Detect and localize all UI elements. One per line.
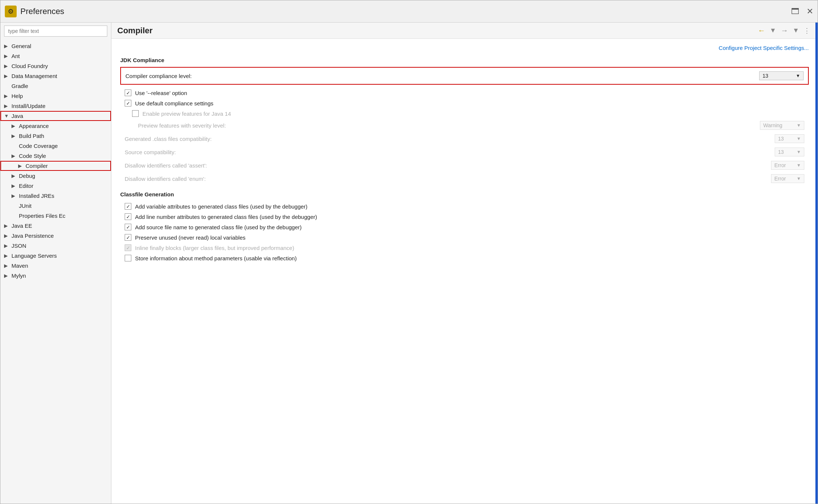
sidebar-item-label: Code Coverage [19,143,58,149]
chevron-right-icon: ▶ [4,73,11,79]
use-release-row: Use '--release' option [120,88,809,98]
enable-preview-checkbox[interactable] [132,110,139,117]
use-release-label: Use '--release' option [135,90,187,96]
sidebar-item-label: JSON [11,243,26,249]
sidebar-item-label: Maven [11,263,28,269]
sidebar-item-installed-jres[interactable]: ▶ Installed JREs [0,191,111,201]
sidebar: ▶ General ▶ Ant ▶ Cloud Foundry ▶ Data M… [0,23,111,504]
toolbar-actions: ← ▼ → ▼ ⋮ [756,26,812,35]
configure-project-link[interactable]: Configure Project Specific Settings... [719,45,809,51]
disallow-assert-dropdown[interactable]: Error ▼ [771,161,804,170]
add-line-number-row: Add line number attributes to generated … [120,212,809,222]
preview-severity-value: Warning [763,122,782,128]
sidebar-item-gradle[interactable]: Gradle [0,81,111,91]
disallow-enum-value: Error [774,176,786,182]
compliance-level-value: 13 [763,73,768,79]
filter-input[interactable] [4,26,107,37]
forward-dropdown-button[interactable]: ▼ [791,26,801,35]
back-dropdown-button[interactable]: ▼ [768,26,778,35]
sidebar-item-cloud-foundry[interactable]: ▶ Cloud Foundry [0,61,111,71]
source-compat-dropdown[interactable]: 13 ▼ [775,148,804,156]
sidebar-item-build-path[interactable]: ▶ Build Path [0,131,111,141]
add-source-file-label: Add source file name to generated class … [135,224,302,230]
sidebar-item-label: JUnit [19,203,31,209]
classfile-generation-section: Classfile Generation Add variable attrib… [120,191,809,263]
enable-preview-label: Enable preview features for Java 14 [142,111,231,117]
sidebar-item-properties-files[interactable]: Properties Files Ec [0,211,111,221]
class-compat-row: Generated .class files compatibility: 13… [120,132,809,145]
sidebar-item-java-ee[interactable]: ▶ Java EE [0,221,111,231]
chevron-right-icon: ▶ [4,93,11,99]
sidebar-item-label: Installed JREs [19,193,54,199]
use-default-compliance-row: Use default compliance settings [120,98,809,108]
disallow-assert-row: Disallow identifiers called 'assert': Er… [120,159,809,172]
sidebar-item-json[interactable]: ▶ JSON [0,241,111,251]
sidebar-item-data-management[interactable]: ▶ Data Management [0,71,111,81]
sidebar-item-java[interactable]: ▼ Java [0,111,111,121]
back-button[interactable]: ← [756,26,767,35]
menu-button[interactable]: ⋮ [802,26,812,35]
sidebar-item-java-persistence[interactable]: ▶ Java Persistence [0,231,111,241]
add-line-number-label: Add line number attributes to generated … [135,214,317,220]
chevron-down-icon: ▼ [797,163,801,168]
chevron-down-icon: ▼ [796,73,800,78]
sidebar-item-label: Cloud Foundry [11,63,48,69]
chevron-down-icon: ▼ [4,113,11,119]
preview-severity-dropdown[interactable]: Warning ▼ [760,121,804,130]
sidebar-item-label: Properties Files Ec [19,213,65,219]
sidebar-item-label: Debug [19,173,35,179]
sidebar-item-label: Mylyn [11,273,26,279]
chevron-right-icon: ▶ [4,253,11,258]
sidebar-item-label: Java Persistence [11,233,54,239]
add-source-file-checkbox[interactable] [125,224,131,230]
main-panel: Compiler ← ▼ → ▼ ⋮ Configure Project Spe… [111,23,818,504]
sidebar-item-general[interactable]: ▶ General [0,41,111,51]
class-compat-dropdown[interactable]: 13 ▼ [775,134,804,143]
main-content: Configure Project Specific Settings... J… [111,39,818,504]
preserve-unused-checkbox[interactable] [125,234,131,241]
close-button[interactable]: ✕ [807,7,813,16]
sidebar-item-language-servers[interactable]: ▶ Language Servers [0,251,111,261]
preferences-window: ⚙ Preferences 🗖 ✕ ▶ General ▶ Ant ▶ [0,0,818,504]
sidebar-item-install-update[interactable]: ▶ Install/Update [0,101,111,111]
sidebar-item-maven[interactable]: ▶ Maven [0,261,111,271]
add-variable-checkbox[interactable] [125,203,131,210]
chevron-right-icon: ▶ [11,133,19,139]
sidebar-item-code-style[interactable]: ▶ Code Style [0,151,111,161]
sidebar-item-junit[interactable]: JUnit [0,201,111,211]
chevron-right-icon: ▶ [11,183,19,189]
window-title: Preferences [20,7,791,16]
disallow-enum-dropdown[interactable]: Error ▼ [771,174,804,183]
classfile-generation-title: Classfile Generation [120,191,809,197]
sidebar-item-compiler[interactable]: ▶ Compiler [0,161,111,171]
sidebar-item-editor[interactable]: ▶ Editor [0,181,111,191]
sidebar-item-label: General [11,43,31,49]
add-line-number-checkbox[interactable] [125,213,131,220]
use-default-compliance-checkbox[interactable] [125,100,131,106]
sidebar-item-appearance[interactable]: ▶ Appearance [0,121,111,131]
sidebar-item-ant[interactable]: ▶ Ant [0,51,111,61]
app-icon: ⚙ [5,6,17,17]
sidebar-item-label: Code Style [19,153,46,159]
sidebar-item-label: Appearance [19,123,49,129]
chevron-right-icon: ▶ [4,103,11,109]
compliance-level-dropdown[interactable]: 13 ▼ [759,71,804,80]
sidebar-tree: ▶ General ▶ Ant ▶ Cloud Foundry ▶ Data M… [0,40,111,504]
store-info-checkbox[interactable] [125,255,131,261]
disallow-assert-label: Disallow identifiers called 'assert': [125,162,771,169]
add-variable-row: Add variable attributes to generated cla… [120,201,809,212]
sidebar-item-code-coverage[interactable]: Code Coverage [0,141,111,151]
inline-finally-checkbox[interactable] [125,244,131,251]
minimize-button[interactable]: 🗖 [791,7,799,16]
sidebar-item-help[interactable]: ▶ Help [0,91,111,101]
sidebar-item-debug[interactable]: ▶ Debug [0,171,111,181]
forward-button[interactable]: → [779,26,790,35]
title-bar-controls: 🗖 ✕ [791,7,813,16]
disallow-assert-value: Error [774,162,786,168]
use-default-compliance-label: Use default compliance settings [135,100,213,106]
use-release-checkbox[interactable] [125,89,131,96]
sidebar-item-label: Java [11,113,23,119]
preview-severity-label: Preview features with severity level: [138,122,760,129]
sidebar-item-label: Help [11,93,23,99]
sidebar-item-mylyn[interactable]: ▶ Mylyn [0,271,111,281]
